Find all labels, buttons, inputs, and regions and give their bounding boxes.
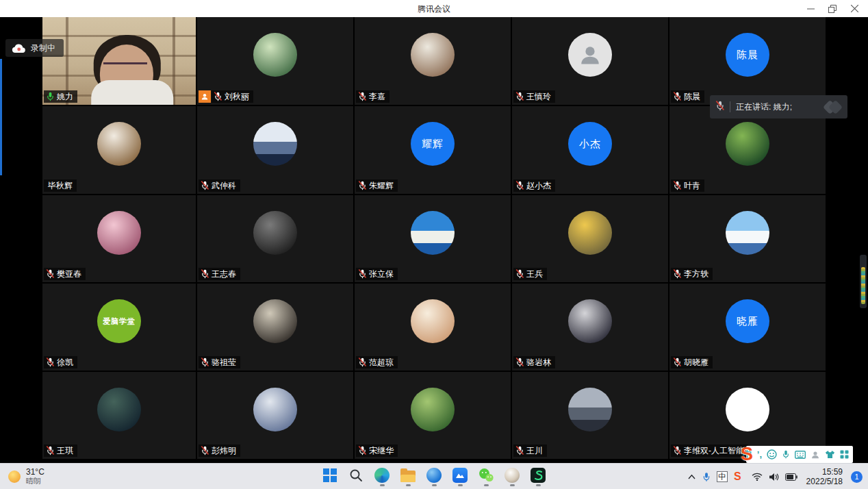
participant-tile[interactable]: 爱脑学堂徐凯 (42, 284, 196, 371)
sogou-logo-icon[interactable]: S (741, 444, 761, 463)
participant-tile[interactable]: 樊亚春 (42, 195, 196, 282)
emoji-icon[interactable] (767, 446, 777, 463)
muted-mic-icon (515, 181, 524, 190)
avatar (97, 388, 141, 431)
ime-zh-icon[interactable]: 中 (717, 471, 728, 482)
scrollbar[interactable] (860, 255, 867, 308)
muted-mic-icon (515, 269, 524, 279)
muted-mic-icon (358, 446, 367, 455)
search-taskbar-icon[interactable] (347, 467, 365, 486)
avatar (411, 388, 455, 431)
participant-name-tag: 徐凯 (44, 356, 77, 368)
participant-name: 王琪 (57, 445, 73, 457)
mic-icon[interactable] (702, 472, 711, 482)
participant-tile[interactable]: 王志春 (197, 195, 353, 282)
avatar (253, 122, 297, 166)
participant-tile[interactable]: 晓雁胡晓雁 (669, 284, 826, 371)
start-taskbar-icon[interactable] (321, 467, 339, 486)
muted-mic-icon (515, 358, 524, 367)
participant-name: 骆岩林 (526, 357, 551, 368)
participant-tile[interactable]: 王川 (512, 372, 668, 459)
avatar-initials: 小杰 (579, 138, 601, 151)
avatar-initials: 耀辉 (422, 138, 444, 151)
avatar-initials: 晓雁 (737, 315, 758, 328)
participant-tile[interactable]: 张立保 (355, 195, 511, 282)
participant-tile[interactable]: 毕秋辉 (42, 106, 196, 194)
battery-icon[interactable] (785, 473, 797, 481)
notification-badge[interactable]: 1 (851, 471, 863, 483)
speaking-indicator[interactable]: 正在讲话: 姚力; (710, 95, 847, 118)
account-icon[interactable] (810, 446, 820, 463)
participant-tile[interactable]: 骆祖莹 (197, 284, 353, 371)
avatar (253, 299, 297, 343)
participant-tile[interactable]: 小杰赵小杰 (512, 106, 668, 194)
participant-tile[interactable]: 王琪 (42, 372, 196, 459)
muted-mic-icon (358, 181, 367, 190)
toolbox-icon[interactable] (840, 446, 849, 463)
wifi-icon[interactable] (752, 473, 763, 481)
participant-tile[interactable]: 范超琼 (355, 284, 511, 371)
keyboard-icon[interactable] (795, 446, 806, 463)
titlebar: 腾讯会议 (0, 0, 868, 17)
system-tray: 中 S 15:59 2022/5/18 1 (687, 464, 863, 489)
avatar (568, 299, 612, 343)
participant-name: 李方轶 (684, 268, 709, 280)
participant-tile[interactable]: 陈晨陈晨 (669, 17, 826, 105)
name-row: 胡晓雁 (671, 356, 713, 368)
floating-logo-shapes[interactable] (825, 102, 841, 112)
skin-icon[interactable] (825, 446, 835, 463)
participant-name: 王兵 (526, 268, 543, 280)
participant-tile[interactable]: 李方轶 (669, 195, 826, 282)
participant-tile[interactable]: 叶青 (669, 106, 826, 194)
wechat-taskbar-icon[interactable] (477, 467, 495, 486)
participant-name: 王慎玲 (526, 91, 551, 103)
avatar (97, 211, 141, 255)
participant-tile[interactable]: 武仲科 (197, 106, 353, 194)
sogou-app-taskbar-icon[interactable] (529, 467, 547, 486)
avatar (568, 33, 612, 77)
participant-tile[interactable]: 刘秋丽 (197, 17, 353, 105)
participant-name-tag: 骆祖莹 (199, 356, 240, 368)
participant-name: 王志春 (212, 268, 236, 280)
sogou-tray-icon[interactable]: S (734, 471, 741, 483)
restore-button[interactable] (821, 0, 843, 17)
muted-mic-icon (358, 358, 367, 367)
muted-mic-icon (673, 92, 682, 101)
edge-taskbar-icon[interactable] (373, 467, 391, 486)
participant-tile[interactable]: 宋继华 (355, 372, 511, 459)
weather-condition: 晴朗 (26, 477, 44, 486)
name-row: 彭炜明 (199, 444, 240, 457)
participant-name-tag: 彭炜明 (199, 444, 240, 457)
participant-tile[interactable]: 李嘉 (355, 17, 511, 105)
clock[interactable]: 15:59 2022/5/18 (806, 467, 843, 486)
voice-input-icon[interactable] (782, 446, 790, 463)
weather-widget[interactable]: 31°C 晴朗 (8, 464, 44, 489)
file-explorer-taskbar-icon[interactable] (399, 467, 417, 486)
cloud-recording-icon (12, 43, 26, 53)
muted-mic-icon (515, 92, 524, 101)
name-row: 姚力 (44, 90, 77, 103)
avatar (253, 33, 297, 77)
participant-tile[interactable]: 骆岩林 (512, 284, 668, 371)
participant-tile[interactable]: 彭炜明 (197, 372, 353, 459)
tencent-meeting-taskbar-icon[interactable] (451, 467, 469, 486)
participant-tile[interactable]: 耀辉朱耀辉 (355, 106, 511, 194)
scrollbar-thumb[interactable] (861, 267, 865, 304)
close-button[interactable] (843, 0, 865, 17)
avatar (726, 211, 769, 255)
account-icon (810, 450, 820, 460)
chevron-up-icon[interactable] (687, 473, 696, 480)
avatar-initials: 陈晨 (737, 49, 758, 62)
participant-tile[interactable]: 王兵 (512, 195, 668, 282)
participant-name: 姚力 (57, 91, 73, 103)
muted-mic-icon (673, 269, 682, 279)
volume-icon[interactable] (769, 473, 779, 481)
browser-taskbar-icon[interactable] (425, 467, 443, 486)
sogou-input-toolbar[interactable]: S 中’, (746, 446, 853, 463)
participant-tile[interactable]: 姚力 (42, 17, 196, 105)
name-row: 徐凯 (44, 356, 77, 368)
minimize-button[interactable] (800, 0, 821, 17)
participant-name-tag: 王慎玲 (513, 90, 555, 103)
pet-app-taskbar-icon[interactable] (503, 467, 521, 486)
participant-tile[interactable]: 王慎玲 (512, 17, 668, 105)
